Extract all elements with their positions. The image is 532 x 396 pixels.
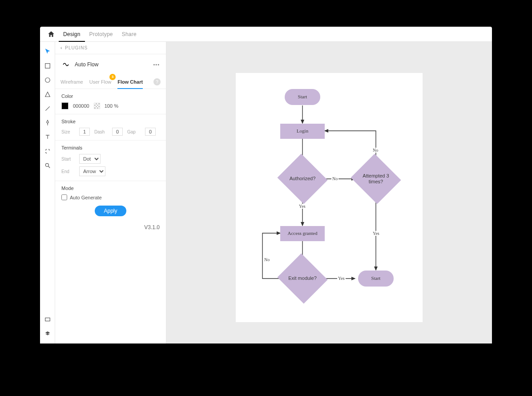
tool-rail — [40, 42, 55, 343]
assets-icon[interactable] — [42, 314, 53, 325]
back-icon[interactable]: ‹ — [60, 45, 62, 50]
plugin-panel: ‹ PLUGINS Auto Flow ••• Wireframe User F… — [55, 42, 166, 343]
plugin-name: Auto Flow — [75, 61, 153, 68]
autogen-row[interactable]: Auto Generate — [61, 194, 160, 200]
pen-tool-icon[interactable] — [42, 117, 53, 128]
node-login[interactable]: Login — [280, 124, 325, 139]
edge-no-3: No — [263, 257, 270, 262]
home-icon[interactable] — [47, 30, 55, 38]
start-select[interactable]: Dot — [79, 154, 101, 164]
edge-no-1: No — [331, 176, 339, 181]
topbar: Design Prototype Share — [40, 27, 492, 42]
svg-line-2 — [45, 106, 49, 110]
node-access-granted[interactable]: Access granted — [280, 226, 325, 241]
app-window: Design Prototype Share — [40, 27, 492, 343]
stroke-section: Stroke Size Dash Gap — [55, 114, 166, 141]
node-authorized[interactable]: Authorized? — [284, 162, 321, 196]
autogen-label: Auto Generate — [70, 195, 102, 200]
color-title: Color — [61, 93, 160, 99]
opacity-value[interactable]: 100 % — [105, 103, 118, 109]
plugin-row: Auto Flow ••• — [55, 54, 166, 75]
ptab-flowchart[interactable]: Flow Chart — [117, 75, 143, 89]
terminals-section: Terminals Start Dot End Arrow — [55, 141, 166, 181]
artboard-tool-icon[interactable] — [42, 146, 53, 157]
mode-section: Mode Auto Generate Apply — [55, 181, 166, 221]
stroke-title: Stroke — [61, 119, 160, 124]
size-label: Size — [61, 129, 75, 134]
edge-yes-2: Yes — [372, 231, 380, 236]
size-input[interactable] — [79, 128, 90, 136]
color-hex[interactable]: 000000 — [73, 103, 89, 109]
autogen-checkbox[interactable] — [61, 194, 67, 200]
tab-design[interactable]: Design — [59, 27, 85, 42]
color-section: Color 000000 100 % — [55, 89, 166, 114]
flow-arrows — [236, 73, 423, 322]
mode-title: Mode — [61, 186, 160, 191]
artboard[interactable]: Start Login Authorized? Attempted 3 time… — [236, 73, 423, 322]
text-tool-icon[interactable] — [42, 132, 53, 142]
zoom-tool-icon[interactable] — [42, 160, 53, 171]
polygon-tool-icon[interactable] — [42, 89, 53, 100]
rectangle-tool-icon[interactable] — [42, 61, 53, 71]
ptab-userflow[interactable]: User Flow 3 — [89, 75, 112, 89]
node-attempted[interactable]: Attempted 3 times? — [357, 162, 395, 196]
svg-rect-0 — [45, 64, 50, 69]
canvas-area[interactable]: Start Login Authorized? Attempted 3 time… — [166, 42, 492, 343]
layers-icon[interactable] — [42, 328, 53, 339]
plugin-icon — [61, 60, 70, 69]
panel-header: ‹ PLUGINS — [55, 42, 166, 54]
ellipse-tool-icon[interactable] — [42, 75, 53, 85]
version-text: V3.1.0 — [55, 221, 166, 234]
node-start[interactable]: Start — [285, 89, 320, 105]
edge-yes-1: Yes — [298, 204, 306, 209]
apply-button[interactable]: Apply — [95, 206, 126, 216]
svg-line-4 — [48, 166, 50, 168]
plugin-tabs: Wireframe User Flow 3 Flow Chart ? — [55, 75, 166, 89]
body: ‹ PLUGINS Auto Flow ••• Wireframe User F… — [40, 42, 492, 343]
opacity-swatch[interactable] — [94, 103, 100, 109]
tab-share[interactable]: Share — [117, 27, 141, 42]
select-tool-icon[interactable] — [42, 46, 53, 57]
ptab-wireframe[interactable]: Wireframe — [60, 75, 83, 89]
more-icon[interactable]: ••• — [153, 62, 160, 67]
svg-rect-5 — [45, 318, 50, 321]
help-icon[interactable]: ? — [153, 78, 161, 85]
svg-point-3 — [45, 163, 48, 166]
edge-yes-3: Yes — [337, 276, 346, 281]
edge-no-2: No — [372, 148, 379, 153]
terminals-title: Terminals — [61, 145, 160, 150]
color-swatch[interactable] — [61, 102, 69, 109]
line-tool-icon[interactable] — [42, 103, 53, 114]
dash-label: Dash — [94, 129, 108, 134]
dash-input[interactable] — [112, 128, 123, 136]
panel-title: PLUGINS — [65, 45, 88, 50]
node-end[interactable]: Start — [358, 271, 394, 287]
badge: 3 — [109, 74, 116, 80]
end-label: End — [61, 169, 75, 174]
start-label: Start — [61, 157, 75, 162]
svg-point-1 — [45, 78, 50, 83]
gap-label: Gap — [127, 129, 141, 134]
node-exit-module[interactable]: Exit module? — [284, 262, 321, 295]
tab-prototype[interactable]: Prototype — [85, 27, 117, 42]
gap-input[interactable] — [145, 128, 156, 136]
end-select[interactable]: Arrow — [79, 166, 105, 176]
